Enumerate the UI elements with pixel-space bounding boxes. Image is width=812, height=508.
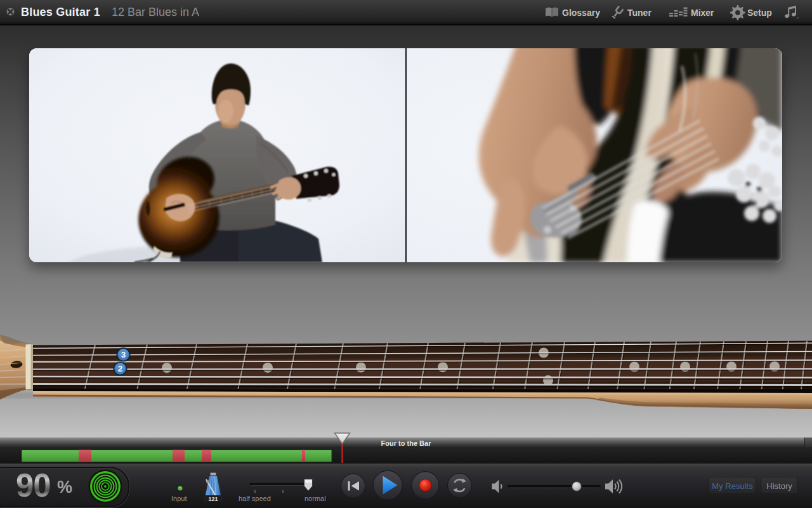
svg-text:121: 121 — [208, 496, 218, 502]
svg-text:3: 3 — [121, 350, 126, 359]
svg-text:2: 2 — [118, 364, 122, 373]
